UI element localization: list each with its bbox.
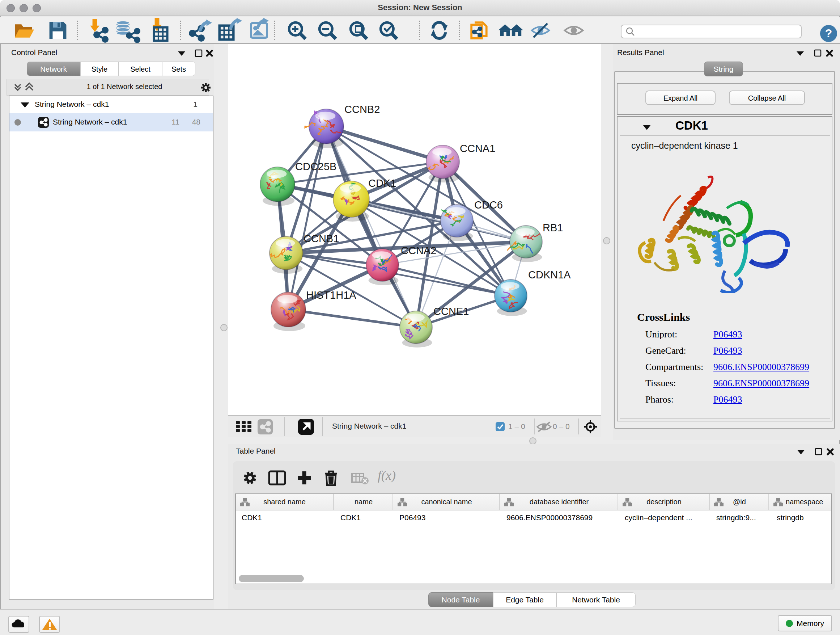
- svg-text:CDC6: CDC6: [474, 199, 503, 211]
- svg-text:CCNE1: CCNE1: [433, 306, 469, 317]
- svg-text:CDK1: CDK1: [368, 177, 396, 189]
- svg-text:CDKN1A: CDKN1A: [528, 269, 571, 280]
- svg-text:CCNA1: CCNA1: [460, 143, 495, 154]
- svg-text:CCNA2: CCNA2: [401, 245, 436, 256]
- svg-text:RB1: RB1: [543, 222, 563, 233]
- svg-text:CCNB1: CCNB1: [303, 233, 339, 244]
- svg-text:CDC25B: CDC25B: [295, 161, 336, 172]
- svg-text:CCNB2: CCNB2: [344, 103, 380, 115]
- svg-text:HIST1H1A: HIST1H1A: [306, 289, 356, 301]
